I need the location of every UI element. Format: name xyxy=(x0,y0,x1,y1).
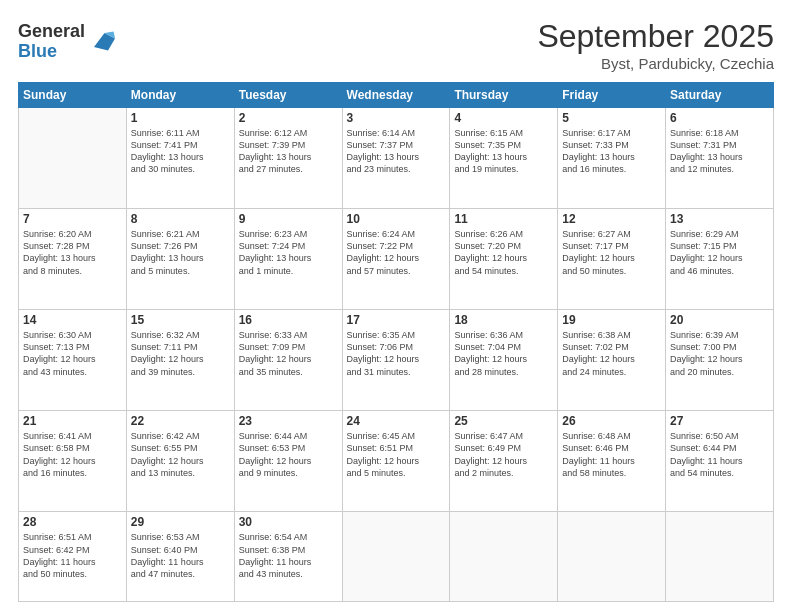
header-tuesday: Tuesday xyxy=(234,83,342,108)
calendar-cell: 13Sunrise: 6:29 AMSunset: 7:15 PMDayligh… xyxy=(666,209,774,310)
day-info: Sunrise: 6:53 AMSunset: 6:40 PMDaylight:… xyxy=(131,531,230,580)
day-number: 25 xyxy=(454,414,553,428)
calendar-cell: 4Sunrise: 6:15 AMSunset: 7:35 PMDaylight… xyxy=(450,108,558,209)
calendar-cell: 6Sunrise: 6:18 AMSunset: 7:31 PMDaylight… xyxy=(666,108,774,209)
day-number: 3 xyxy=(347,111,446,125)
calendar-cell: 28Sunrise: 6:51 AMSunset: 6:42 PMDayligh… xyxy=(19,512,127,602)
calendar-cell xyxy=(450,512,558,602)
day-info: Sunrise: 6:15 AMSunset: 7:35 PMDaylight:… xyxy=(454,127,553,176)
day-info: Sunrise: 6:48 AMSunset: 6:46 PMDaylight:… xyxy=(562,430,661,479)
month-title: September 2025 xyxy=(537,18,774,55)
logo-general: General xyxy=(18,22,85,42)
header-wednesday: Wednesday xyxy=(342,83,450,108)
day-info: Sunrise: 6:44 AMSunset: 6:53 PMDaylight:… xyxy=(239,430,338,479)
day-number: 12 xyxy=(562,212,661,226)
day-number: 19 xyxy=(562,313,661,327)
calendar-cell: 27Sunrise: 6:50 AMSunset: 6:44 PMDayligh… xyxy=(666,411,774,512)
day-info: Sunrise: 6:30 AMSunset: 7:13 PMDaylight:… xyxy=(23,329,122,378)
header-friday: Friday xyxy=(558,83,666,108)
day-number: 2 xyxy=(239,111,338,125)
page-header: General Blue September 2025 Byst, Pardub… xyxy=(18,18,774,72)
calendar-cell: 7Sunrise: 6:20 AMSunset: 7:28 PMDaylight… xyxy=(19,209,127,310)
day-number: 18 xyxy=(454,313,553,327)
day-info: Sunrise: 6:42 AMSunset: 6:55 PMDaylight:… xyxy=(131,430,230,479)
day-number: 9 xyxy=(239,212,338,226)
day-number: 26 xyxy=(562,414,661,428)
calendar-cell: 29Sunrise: 6:53 AMSunset: 6:40 PMDayligh… xyxy=(126,512,234,602)
header-saturday: Saturday xyxy=(666,83,774,108)
calendar-cell: 17Sunrise: 6:35 AMSunset: 7:06 PMDayligh… xyxy=(342,310,450,411)
day-number: 24 xyxy=(347,414,446,428)
day-info: Sunrise: 6:33 AMSunset: 7:09 PMDaylight:… xyxy=(239,329,338,378)
calendar-cell: 24Sunrise: 6:45 AMSunset: 6:51 PMDayligh… xyxy=(342,411,450,512)
calendar-cell: 14Sunrise: 6:30 AMSunset: 7:13 PMDayligh… xyxy=(19,310,127,411)
weekday-header-row: Sunday Monday Tuesday Wednesday Thursday… xyxy=(19,83,774,108)
title-block: September 2025 Byst, Pardubicky, Czechia xyxy=(537,18,774,72)
day-info: Sunrise: 6:45 AMSunset: 6:51 PMDaylight:… xyxy=(347,430,446,479)
day-number: 16 xyxy=(239,313,338,327)
day-info: Sunrise: 6:11 AMSunset: 7:41 PMDaylight:… xyxy=(131,127,230,176)
day-number: 14 xyxy=(23,313,122,327)
day-info: Sunrise: 6:50 AMSunset: 6:44 PMDaylight:… xyxy=(670,430,769,479)
day-number: 5 xyxy=(562,111,661,125)
day-info: Sunrise: 6:51 AMSunset: 6:42 PMDaylight:… xyxy=(23,531,122,580)
day-number: 29 xyxy=(131,515,230,529)
day-number: 30 xyxy=(239,515,338,529)
calendar-cell: 23Sunrise: 6:44 AMSunset: 6:53 PMDayligh… xyxy=(234,411,342,512)
day-number: 20 xyxy=(670,313,769,327)
calendar-cell: 9Sunrise: 6:23 AMSunset: 7:24 PMDaylight… xyxy=(234,209,342,310)
calendar-cell: 18Sunrise: 6:36 AMSunset: 7:04 PMDayligh… xyxy=(450,310,558,411)
calendar-cell: 11Sunrise: 6:26 AMSunset: 7:20 PMDayligh… xyxy=(450,209,558,310)
logo-blue: Blue xyxy=(18,42,85,62)
day-info: Sunrise: 6:26 AMSunset: 7:20 PMDaylight:… xyxy=(454,228,553,277)
day-info: Sunrise: 6:39 AMSunset: 7:00 PMDaylight:… xyxy=(670,329,769,378)
calendar-cell: 5Sunrise: 6:17 AMSunset: 7:33 PMDaylight… xyxy=(558,108,666,209)
calendar-cell: 25Sunrise: 6:47 AMSunset: 6:49 PMDayligh… xyxy=(450,411,558,512)
day-number: 7 xyxy=(23,212,122,226)
calendar-cell: 21Sunrise: 6:41 AMSunset: 6:58 PMDayligh… xyxy=(19,411,127,512)
logo: General Blue xyxy=(18,22,115,62)
calendar-cell: 10Sunrise: 6:24 AMSunset: 7:22 PMDayligh… xyxy=(342,209,450,310)
day-number: 11 xyxy=(454,212,553,226)
day-number: 28 xyxy=(23,515,122,529)
calendar-cell xyxy=(19,108,127,209)
day-info: Sunrise: 6:54 AMSunset: 6:38 PMDaylight:… xyxy=(239,531,338,580)
day-number: 4 xyxy=(454,111,553,125)
day-info: Sunrise: 6:21 AMSunset: 7:26 PMDaylight:… xyxy=(131,228,230,277)
calendar-cell: 3Sunrise: 6:14 AMSunset: 7:37 PMDaylight… xyxy=(342,108,450,209)
calendar-cell xyxy=(342,512,450,602)
logo-icon xyxy=(87,26,115,54)
day-number: 1 xyxy=(131,111,230,125)
day-number: 10 xyxy=(347,212,446,226)
day-number: 8 xyxy=(131,212,230,226)
day-number: 13 xyxy=(670,212,769,226)
location-subtitle: Byst, Pardubicky, Czechia xyxy=(537,55,774,72)
calendar-cell xyxy=(558,512,666,602)
day-info: Sunrise: 6:41 AMSunset: 6:58 PMDaylight:… xyxy=(23,430,122,479)
day-number: 23 xyxy=(239,414,338,428)
day-number: 15 xyxy=(131,313,230,327)
calendar-cell: 1Sunrise: 6:11 AMSunset: 7:41 PMDaylight… xyxy=(126,108,234,209)
day-info: Sunrise: 6:32 AMSunset: 7:11 PMDaylight:… xyxy=(131,329,230,378)
day-number: 6 xyxy=(670,111,769,125)
calendar-cell: 2Sunrise: 6:12 AMSunset: 7:39 PMDaylight… xyxy=(234,108,342,209)
day-info: Sunrise: 6:35 AMSunset: 7:06 PMDaylight:… xyxy=(347,329,446,378)
calendar-cell: 8Sunrise: 6:21 AMSunset: 7:26 PMDaylight… xyxy=(126,209,234,310)
day-info: Sunrise: 6:17 AMSunset: 7:33 PMDaylight:… xyxy=(562,127,661,176)
day-info: Sunrise: 6:18 AMSunset: 7:31 PMDaylight:… xyxy=(670,127,769,176)
calendar-table: Sunday Monday Tuesday Wednesday Thursday… xyxy=(18,82,774,602)
calendar-cell xyxy=(666,512,774,602)
calendar-cell: 30Sunrise: 6:54 AMSunset: 6:38 PMDayligh… xyxy=(234,512,342,602)
day-number: 27 xyxy=(670,414,769,428)
day-info: Sunrise: 6:27 AMSunset: 7:17 PMDaylight:… xyxy=(562,228,661,277)
calendar-cell: 16Sunrise: 6:33 AMSunset: 7:09 PMDayligh… xyxy=(234,310,342,411)
calendar-cell: 20Sunrise: 6:39 AMSunset: 7:00 PMDayligh… xyxy=(666,310,774,411)
calendar-cell: 26Sunrise: 6:48 AMSunset: 6:46 PMDayligh… xyxy=(558,411,666,512)
day-info: Sunrise: 6:47 AMSunset: 6:49 PMDaylight:… xyxy=(454,430,553,479)
day-info: Sunrise: 6:24 AMSunset: 7:22 PMDaylight:… xyxy=(347,228,446,277)
calendar-cell: 15Sunrise: 6:32 AMSunset: 7:11 PMDayligh… xyxy=(126,310,234,411)
day-info: Sunrise: 6:23 AMSunset: 7:24 PMDaylight:… xyxy=(239,228,338,277)
day-info: Sunrise: 6:38 AMSunset: 7:02 PMDaylight:… xyxy=(562,329,661,378)
day-number: 17 xyxy=(347,313,446,327)
day-info: Sunrise: 6:29 AMSunset: 7:15 PMDaylight:… xyxy=(670,228,769,277)
